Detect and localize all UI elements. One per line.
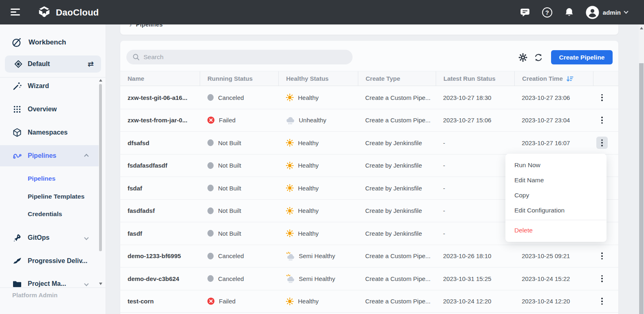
- switch-workspace-icon[interactable]: ⇄: [88, 60, 94, 69]
- scrollbar-thumb[interactable]: [99, 84, 102, 251]
- sidebar-section-workbench[interactable]: Workbench: [0, 35, 106, 50]
- gray-dot-icon: [207, 139, 214, 146]
- row-actions-button[interactable]: [596, 272, 608, 285]
- running-status-icon: [207, 184, 214, 192]
- page-scrollbar[interactable]: [639, 24, 644, 314]
- latest-run-status: 2023-10-31 15:25: [436, 268, 514, 290]
- sidebar-subitem-credentials[interactable]: Credentials: [0, 206, 99, 222]
- create-type: Create by Jenkinsfile: [358, 155, 436, 177]
- row-actions-button[interactable]: [596, 137, 608, 149]
- bell-icon[interactable]: [564, 7, 575, 18]
- settings-gear-icon[interactable]: [518, 52, 528, 63]
- pipeline-name[interactable]: dfsafsd: [120, 132, 200, 154]
- healthy-status-label: Semi Healthy: [299, 252, 335, 259]
- app-window: DaoCloud ? admin Workbench: [0, 0, 644, 314]
- workspace-icon: [14, 60, 23, 69]
- scroll-up-arrow-icon[interactable]: [640, 27, 643, 29]
- column-header-create-type[interactable]: Create Type: [358, 71, 436, 86]
- sun-icon: [286, 161, 294, 170]
- creation-time: 2023-10-27 23:06: [514, 86, 593, 109]
- gitops-rocket-icon: [12, 233, 22, 243]
- context-menu-item[interactable]: Run Now: [505, 157, 607, 172]
- sidebar-item-overview[interactable]: Overview: [0, 101, 99, 118]
- running-status-icon: [207, 207, 214, 214]
- table-row[interactable]: zxw-test-from-jar-0... Failed Unhealthy …: [120, 109, 618, 132]
- healthy-status-label: Healthy: [298, 185, 319, 192]
- sidebar-item-progressive-delivery[interactable]: Progressive Deliv...: [0, 252, 99, 270]
- row-actions-button[interactable]: [596, 114, 608, 126]
- top-header-bar: DaoCloud ? admin: [0, 0, 644, 24]
- brand-name: DaoCloud: [56, 7, 99, 18]
- pipeline-name[interactable]: fsdaf: [120, 177, 200, 199]
- context-menu-item[interactable]: Edit Configuration: [505, 203, 607, 218]
- table-row[interactable]: zxw-test-git-06-a16... Canceled Healthy …: [120, 86, 618, 109]
- progressive-delivery-bird-icon: [12, 256, 22, 266]
- latest-run-status: 2023-10-27 15:06: [436, 109, 514, 132]
- pipeline-name[interactable]: demo-dev-c3b624: [120, 268, 200, 290]
- brand[interactable]: DaoCloud: [37, 5, 99, 20]
- column-header-creation-time[interactable]: Creation Time: [514, 71, 593, 86]
- column-header-name[interactable]: Name: [120, 71, 200, 86]
- create-type: Create by Jenkinsfile: [358, 132, 436, 154]
- refresh-icon[interactable]: [533, 52, 544, 63]
- sidebar-item-project-management[interactable]: Project Ma...: [0, 275, 99, 287]
- running-status-icon: [207, 252, 214, 260]
- help-icon[interactable]: ?: [542, 7, 553, 18]
- column-header-latest-run-status[interactable]: Latest Run Status: [436, 71, 514, 86]
- running-status-icon: [207, 116, 215, 124]
- sidebar-item-gitops[interactable]: GitOps: [0, 229, 99, 246]
- pipeline-name[interactable]: fasdfadsf: [120, 200, 200, 222]
- latest-run-status: 2023-10-26 18:10: [436, 245, 514, 268]
- sidebar-item-pipelines[interactable]: Pipelines: [0, 145, 99, 166]
- sidebar-scrollbar[interactable]: [99, 78, 102, 287]
- running-status-label: Not Built: [218, 207, 241, 214]
- menu-icon[interactable]: [11, 9, 20, 16]
- workspace-selector[interactable]: Default ⇄: [5, 55, 101, 73]
- context-menu-item[interactable]: Copy: [505, 188, 607, 203]
- create-type: Create a Custom Pipe...: [358, 109, 436, 132]
- healthy-status-icon: [286, 116, 295, 125]
- context-menu-item[interactable]: Edit Name: [505, 172, 607, 188]
- scroll-down-arrow-icon[interactable]: [99, 283, 102, 285]
- sidebar-item-wizard[interactable]: Wizard: [0, 77, 99, 95]
- sort-descending-icon[interactable]: [566, 75, 574, 82]
- healthy-status-label: Unhealthy: [299, 117, 326, 124]
- table-row[interactable]: demo-1233-bf6995 Canceled Semi Healthy C…: [120, 245, 618, 268]
- column-header-healthy-status[interactable]: Healthy Status: [278, 71, 358, 86]
- sun-rain-cloud-icon: [286, 252, 295, 261]
- row-actions-button[interactable]: [596, 295, 608, 307]
- running-status-icon: [207, 94, 214, 101]
- chat-icon[interactable]: [520, 7, 531, 18]
- pipeline-name[interactable]: demo-1233-bf6995: [120, 245, 200, 268]
- context-menu-items: Run NowEdit NameCopyEdit Configuration: [505, 157, 607, 218]
- table-row[interactable]: dfsafsd Not Built Healthy Create by Jenk…: [120, 132, 618, 155]
- gray-dot-icon: [207, 230, 214, 237]
- search-input[interactable]: [143, 53, 339, 61]
- table-row[interactable]: test-corn Failed Healthy Create a Custom…: [120, 290, 618, 313]
- sidebar-subitem-pipelines[interactable]: Pipelines: [0, 170, 99, 187]
- pipeline-name[interactable]: fasdf: [120, 222, 200, 245]
- sidebar-subitem-pipeline-templates[interactable]: Pipeline Templates: [0, 188, 99, 205]
- sun-rain-cloud-icon: [286, 274, 295, 283]
- scrollbar-thumb[interactable]: [639, 63, 644, 314]
- platform-admin-label[interactable]: Platform Admin: [12, 292, 57, 299]
- row-actions-button[interactable]: [596, 91, 608, 104]
- running-status-label: Canceled: [218, 275, 244, 282]
- row-actions-button[interactable]: [596, 250, 608, 262]
- table-row[interactable]: demo-dev-c3b624 Canceled Semi Healthy Cr…: [120, 268, 618, 290]
- column-header-running-status[interactable]: Running Status: [200, 71, 278, 86]
- sidebar: Workbench Default ⇄ Wizard Overview Name…: [0, 24, 106, 314]
- pipeline-name[interactable]: zxw-test-from-jar-0...: [120, 109, 200, 132]
- pipeline-name[interactable]: fsdafasdfasdf: [120, 155, 200, 177]
- create-type: Create a Custom Pipe...: [358, 290, 436, 313]
- user-menu[interactable]: admin: [586, 6, 628, 19]
- context-menu-item-delete[interactable]: Delete: [505, 222, 607, 239]
- pipeline-name[interactable]: test-corn: [120, 290, 200, 313]
- create-pipeline-button[interactable]: Create Pipeline: [551, 50, 613, 64]
- wizard-icon: [12, 81, 22, 91]
- scroll-up-arrow-icon[interactable]: [99, 79, 102, 82]
- latest-run-status: -: [436, 155, 514, 177]
- workspace-label: Default: [28, 60, 83, 68]
- pipeline-name[interactable]: zxw-test-git-06-a16...: [120, 86, 200, 109]
- sidebar-item-namespaces[interactable]: Namespaces: [0, 124, 99, 141]
